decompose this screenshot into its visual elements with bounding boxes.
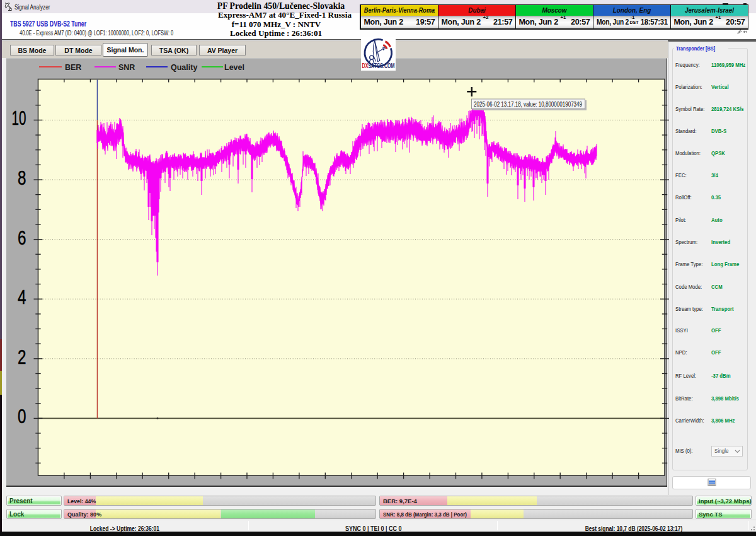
svg-text:8: 8 — [18, 167, 26, 189]
svg-text:2025-06-02 13.17.18, value: 10: 2025-06-02 13.17.18, value: 10,800000190… — [474, 100, 582, 108]
svg-text:0: 0 — [18, 405, 26, 428]
svg-text:Level: Level — [224, 63, 244, 72]
svg-text:DXSATCS.COM: DXSATCS.COM — [362, 62, 395, 69]
svg-text:6: 6 — [18, 227, 26, 249]
svg-text:SNR: SNR — [118, 63, 135, 72]
svg-text:Quality: Quality — [171, 63, 197, 72]
svg-text:2: 2 — [18, 346, 26, 368]
svg-text:10: 10 — [12, 107, 26, 129]
svg-text:BER: BER — [65, 63, 81, 72]
svg-text:4: 4 — [18, 286, 26, 308]
